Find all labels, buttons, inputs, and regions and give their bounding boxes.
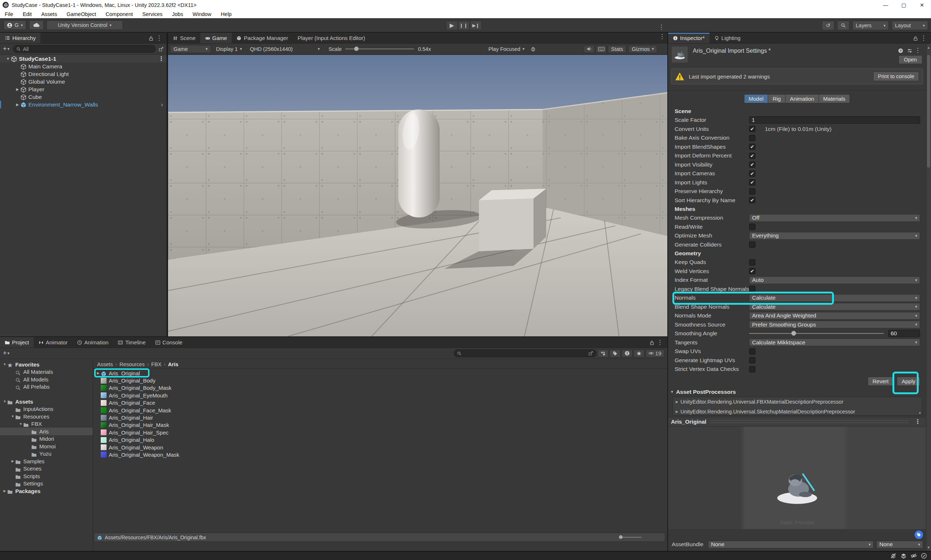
checkbox[interactable]	[749, 286, 756, 292]
dropdown[interactable]: Calculate▾	[749, 303, 920, 311]
mode-tab-rig[interactable]: Rig	[768, 94, 786, 103]
expand-window-icon[interactable]	[159, 46, 164, 52]
tree-item-all-models[interactable]: All Models	[0, 375, 93, 383]
tree-item-scenes[interactable]: Scenes	[0, 465, 93, 473]
foldout-open-icon[interactable]: ▼	[18, 422, 23, 426]
checkbox[interactable]	[749, 357, 756, 363]
scale-slider-knob[interactable]	[354, 46, 359, 51]
mode-tab-materials[interactable]: Materials	[819, 94, 850, 103]
debug-icon[interactable]	[530, 46, 536, 52]
tab-animation[interactable]: Animation	[72, 337, 114, 348]
hierarchy-menu-button[interactable]: ⋮	[154, 34, 165, 42]
menu-services[interactable]: Services	[137, 11, 167, 17]
tree-item-settings[interactable]: Settings	[0, 480, 93, 488]
scroll-down-icon[interactable]: ▼	[926, 545, 931, 549]
tab-inspector[interactable]: Inspector*	[668, 33, 709, 43]
foldout-closed-icon[interactable]: ▶	[676, 410, 678, 414]
thumbnail-size-knob[interactable]	[619, 535, 623, 539]
hierarchy-search-input[interactable]: All	[13, 45, 155, 53]
tree-item-all-materials[interactable]: All Materials	[0, 368, 93, 376]
tab-package-manager[interactable]: Package Manager	[232, 33, 293, 43]
resolution-dropdown[interactable]: QHD (2560x1440)▾	[247, 45, 323, 53]
lock-icon[interactable]	[913, 35, 918, 42]
asset-aris_original_body[interactable]: Aris_Original_Body	[94, 377, 667, 384]
breadcrumb-fbx[interactable]: FBX	[151, 362, 162, 367]
tab-animator[interactable]: Animator	[34, 337, 72, 348]
slider-value-field[interactable]: 60	[888, 330, 920, 337]
play-button[interactable]: ▶	[446, 21, 458, 30]
gizmos-dropdown[interactable]: Gizmos▾	[628, 45, 657, 53]
open-button[interactable]: Open	[899, 55, 922, 64]
inspector-scrollbar[interactable]: ▲ ▼	[926, 44, 931, 551]
game-menu-button[interactable]: ⋮	[656, 23, 666, 31]
search-button[interactable]	[837, 21, 849, 30]
header-menu-button[interactable]: ⋮	[913, 46, 923, 54]
foldout-open-icon[interactable]: ▼	[2, 400, 7, 403]
prefab-open-arrow-icon[interactable]: ›	[161, 102, 163, 108]
dropdown[interactable]: Auto▾	[749, 276, 920, 284]
tab-scene[interactable]: Scene	[168, 33, 200, 43]
tree-item-favorites[interactable]: ▼Favorites	[0, 361, 93, 368]
checkbox[interactable]	[749, 366, 756, 372]
menu-file[interactable]: File	[0, 11, 18, 17]
foldout-closed-icon[interactable]: ▶	[15, 103, 20, 106]
preview-menu-button[interactable]: ⋮	[913, 418, 923, 425]
foldout-closed-icon[interactable]: ▶	[676, 400, 678, 404]
chevron-down-icon[interactable]: ▾	[8, 46, 10, 51]
asset-aris_original_hair[interactable]: Aris_Original_Hair	[94, 414, 667, 421]
checkbox-checked[interactable]: ✔	[749, 197, 756, 203]
lock-icon[interactable]	[649, 339, 655, 346]
mute-audio-icon[interactable]	[584, 45, 595, 53]
search-by-type-icon[interactable]	[597, 349, 608, 357]
foldout-open-icon[interactable]: ▼	[2, 363, 7, 366]
preview-drag-handle[interactable]	[710, 420, 909, 423]
foldout-open-icon[interactable]: ▼	[10, 415, 15, 418]
tree-item-inputactions[interactable]: InputActions	[0, 405, 93, 413]
menu-edit[interactable]: Edit	[18, 11, 36, 17]
checkbox-checked[interactable]: ✔	[749, 144, 756, 150]
checkbox-checked[interactable]: ✔	[749, 179, 756, 185]
preview-area[interactable]: Static Preview	[668, 426, 926, 529]
tab-timeline[interactable]: Timeline	[113, 337, 150, 348]
version-control-dropdown[interactable]: Unity Version Control ▾	[46, 20, 123, 30]
asset-labels-icon[interactable]	[915, 531, 923, 539]
breadcrumb-aris[interactable]: Aris	[168, 362, 178, 367]
tab-project[interactable]: Project	[0, 337, 34, 348]
pause-button[interactable]: ❙❙	[458, 21, 470, 30]
game-viewport[interactable]	[168, 55, 667, 336]
tree-item-resources[interactable]: ▼Resources	[0, 413, 93, 420]
revert-button[interactable]: Revert	[868, 377, 893, 386]
stats-button[interactable]: Stats	[608, 45, 626, 53]
hierarchy-item-player[interactable]: ▶Player	[0, 85, 166, 93]
asset-postprocessors-foldout[interactable]: ▼ Asset PostProcessors	[668, 386, 926, 396]
checkbox-checked[interactable]: ✔	[749, 171, 756, 177]
checkbox[interactable]	[749, 259, 756, 265]
visible-count-button[interactable]: 19	[646, 349, 665, 357]
dropdown[interactable]: Calculate Mikktspace▾	[749, 338, 920, 346]
tree-item-assets[interactable]: ▼Assets	[0, 398, 93, 405]
tree-item-packages[interactable]: ▶Packages	[0, 487, 93, 495]
hierarchy-item-main-camera[interactable]: Main Camera	[0, 63, 166, 70]
checkbox[interactable]	[749, 242, 756, 248]
scrollbar-thumb[interactable]	[927, 55, 930, 168]
thumbnail-size-slider[interactable]	[619, 537, 642, 538]
asset-aris_original_face[interactable]: Aris_Original_Face	[94, 399, 667, 406]
status-debugger-icon[interactable]	[888, 553, 898, 559]
cloud-button[interactable]	[29, 20, 44, 30]
scale-slider[interactable]	[345, 48, 414, 49]
text-field[interactable]: 1	[749, 116, 920, 124]
tree-item-momoi[interactable]: Momoi	[0, 443, 93, 450]
tree-item-all-prefabs[interactable]: All Prefabs	[0, 383, 93, 391]
tree-item-samples[interactable]: ▶Samples	[0, 457, 93, 465]
menu-jobs[interactable]: Jobs	[167, 11, 188, 17]
play-focused-dropdown[interactable]: Play Focused▾	[486, 45, 527, 53]
foldout-open-icon[interactable]: ▼	[5, 57, 11, 61]
tab-hierarchy[interactable]: Hierarchy	[0, 33, 40, 43]
tab-player-input-actions-editor-[interactable]: Player (Input Actions Editor)	[293, 33, 370, 43]
menu-component[interactable]: Component	[101, 11, 137, 17]
assetbundle-variant-dropdown[interactable]: None▾	[876, 541, 923, 548]
scroll-down-icon[interactable]: ▼	[918, 411, 922, 415]
asset-aris_original_weapon[interactable]: Aris_Original_Weapon	[94, 444, 667, 451]
checkbox[interactable]	[749, 224, 756, 230]
tree-item-fbx[interactable]: ▼FBX	[0, 420, 93, 428]
